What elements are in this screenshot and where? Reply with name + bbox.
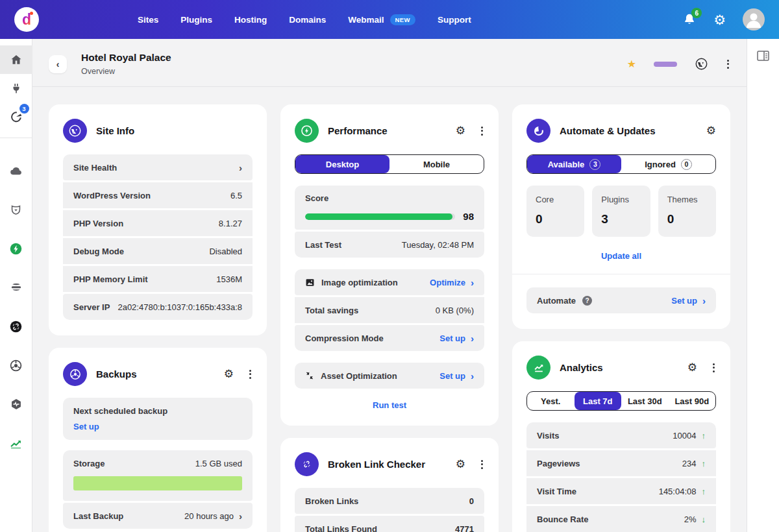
tab-ignored[interactable]: Ignored 0 [621,155,715,173]
sidebar-item-backups[interactable] [0,351,32,380]
analytics-range-tabs: Yest. Last 7d Last 30d Last 90d [526,391,716,411]
sidebar-item-health[interactable] [0,390,32,418]
total-links-row: Total Links Found 4771 [295,516,484,532]
visit-time-label: Visit Time [537,487,576,496]
blc-gear-icon[interactable]: ⚙ [456,459,465,470]
pageviews-row: Pageviews 234↑ [526,450,716,476]
page-subtitle: Overview [81,67,171,76]
automate-row: Automate ? Set up› [526,287,716,313]
last-backup-row[interactable]: Last Backup 20 hours ago › [63,503,253,529]
tab-last-7d[interactable]: Last 7d [575,392,622,410]
compression-mode-row: Compression Mode Set up› [295,325,484,351]
tab-yesterday[interactable]: Yest. [527,392,575,410]
core-label: Core [536,195,575,204]
total-links-label: Total Links Found [305,524,377,532]
tab-last-90d[interactable]: Last 90d [669,392,716,410]
sidebar-item-security-mask[interactable] [0,195,32,224]
back-button[interactable]: ‹ [49,55,67,73]
performance-icon [295,119,319,143]
wordpress-circle-icon [63,119,87,143]
broken-link-checker-card: Broken Link Checker ⚙ Broken Links 0 Tot… [280,438,499,532]
backups-kebab-menu[interactable] [248,369,253,380]
notifications-button[interactable]: 6 [682,12,697,27]
broken-link-circle-icon [9,320,23,333]
analytics-gear-icon[interactable]: ⚙ [687,362,697,373]
panel-toggle-icon[interactable] [757,51,769,532]
trend-up-icon: ↑ [702,431,706,441]
php-memory-label: PHP Memory Limit [73,274,148,284]
automate-gear-icon[interactable]: ⚙ [706,125,716,136]
user-avatar[interactable] [743,8,765,30]
left-sidebar: 3 [0,39,32,532]
total-savings-row: Total savings 0 KB (0%) [295,297,484,323]
sidebar-item-plugins[interactable] [0,74,32,103]
wp-version-row: WordPress Version 6.5 [63,182,253,208]
home-icon [10,53,23,66]
backups-gear-icon[interactable]: ⚙ [224,369,234,380]
trend-chart-icon [9,437,23,450]
tab-desktop[interactable]: Desktop [295,155,390,173]
performance-kebab-menu[interactable] [480,125,484,137]
favorite-star-icon[interactable]: ★ [627,58,636,70]
visits-value: 10004 [673,431,696,441]
sidebar-item-performance[interactable] [0,234,32,263]
nav-plugins[interactable]: Plugins [180,15,212,25]
sidebar-item-cloud[interactable] [0,156,32,185]
site-health-label: Site Health [73,163,117,173]
trend-up-icon: ↑ [702,487,706,496]
analytics-kebab-menu[interactable] [711,362,716,374]
broken-link-icon [295,452,319,476]
nav-hosting[interactable]: Hosting [234,15,267,25]
sidebar-item-broken-link[interactable] [0,312,32,341]
tab-mobile[interactable]: Mobile [390,155,484,173]
automate-label: Automate [537,296,576,306]
chevron-right-icon: › [471,333,474,343]
plugins-label: Plugins [601,195,641,204]
page-title: Hotel Royal Palace [81,52,171,64]
analytics-card: Analytics ⚙ Yest. Last 7d Last 30d Last … [512,341,730,532]
update-all-link[interactable]: Update all [601,251,641,261]
brand-logo[interactable]: d [14,7,39,32]
sidebar-item-updates[interactable]: 3 [0,103,32,131]
optimize-link[interactable]: Optimize› [430,278,474,287]
themes-value: 0 [667,212,707,226]
blc-kebab-menu[interactable] [480,459,484,470]
last-backup-value: 20 hours ago [184,511,234,521]
automate-setup-link[interactable]: Set up› [671,296,706,306]
settings-gear-icon[interactable]: ⚙ [713,13,726,27]
chevron-right-icon: › [702,296,706,306]
broken-links-row: Broken Links 0 [295,488,484,514]
top-navbar: d Sites Plugins Hosting Domains Webmail … [0,0,779,39]
compression-setup-link[interactable]: Set up› [439,333,474,343]
notification-count-badge: 6 [691,8,702,18]
tab-last-30d[interactable]: Last 30d [621,392,669,410]
score-label: Score [305,193,474,203]
storage-usage-bar [73,476,242,490]
run-test-link[interactable]: Run test [373,400,406,410]
help-icon[interactable]: ? [582,296,592,306]
nav-domains[interactable]: Domains [289,15,326,25]
compress-arrows-icon [305,371,314,380]
total-savings-label: Total savings [305,306,358,315]
backups-card: Backups ⚙ Next scheduled backup Set up [49,348,267,532]
automate-swirl-icon [526,119,550,143]
nav-support[interactable]: Support [438,15,471,25]
sidebar-item-home[interactable] [0,45,32,74]
asset-setup-link[interactable]: Set up› [439,371,474,381]
site-health-row[interactable]: Site Health › [63,154,253,180]
sidebar-divider [0,138,32,138]
nav-webmail[interactable]: Webmail NEW [348,14,415,25]
backup-setup-link[interactable]: Set up [73,422,99,431]
sidebar-item-analytics[interactable] [0,429,32,457]
image-optimization-row: Image optimization Optimize› [295,269,484,295]
nav-sites[interactable]: Sites [138,15,158,25]
performance-bolt-icon [9,242,23,256]
sidebar-item-smush[interactable] [0,273,32,302]
tab-available[interactable]: Available 3 [527,155,621,173]
wordpress-icon[interactable] [695,57,708,71]
performance-gear-icon[interactable]: ⚙ [456,125,465,136]
php-version-label: PHP Version [73,219,123,228]
header-kebab-menu[interactable] [726,58,730,70]
brand-logo-dot [30,12,33,15]
score-row: Score 98 [295,186,484,230]
